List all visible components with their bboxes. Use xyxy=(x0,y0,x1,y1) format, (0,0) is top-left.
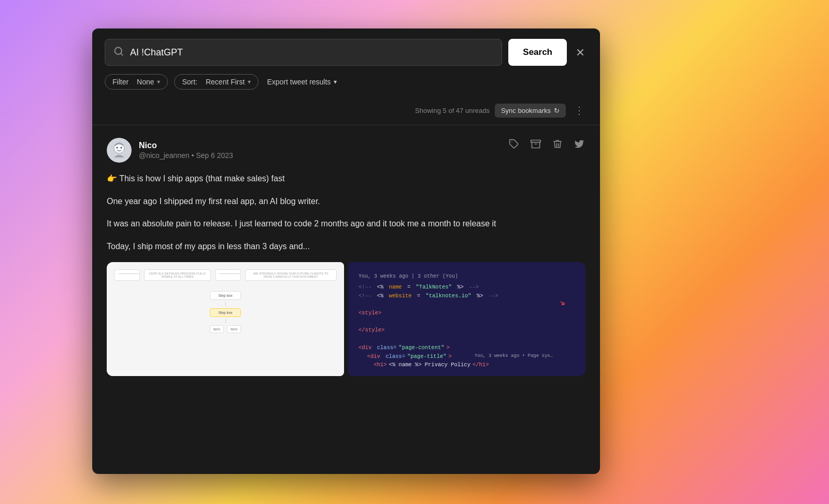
twitter-link-button[interactable] xyxy=(573,138,585,153)
search-icon xyxy=(113,46,124,59)
search-input[interactable] xyxy=(130,47,493,58)
editor-header: You, 3 weeks ago | 3 other (You) xyxy=(359,272,575,280)
tweet-image-code: You, 3 weeks ago | 3 other (You) <!-- <%… xyxy=(348,262,585,376)
filter-row: Filter None ▾ Sort: Recent First ▾ Expor… xyxy=(105,74,588,90)
tag-button[interactable] xyxy=(508,138,520,153)
tweet-card: Nico @nico_jeannen • Sep 6 2023 xyxy=(92,125,600,388)
delete-button[interactable] xyxy=(551,138,564,153)
sync-bookmarks-button[interactable]: Sync bookmarks ↻ xyxy=(495,104,566,118)
svg-rect-9 xyxy=(531,140,540,142)
close-button[interactable] xyxy=(573,45,588,60)
search-row: Search xyxy=(105,39,588,66)
search-button[interactable]: Search xyxy=(508,39,567,66)
tweet-image-flowchart: ──────── CERT IS A DETAILED PROCESS FULL… xyxy=(107,262,344,376)
filter-chevron-icon: ▾ xyxy=(157,78,160,85)
sort-label: Sort: xyxy=(182,78,197,86)
export-button[interactable]: Export tweet results ▾ xyxy=(265,75,339,89)
tweet-author: Nico @nico_jeannen • Sep 6 2023 xyxy=(107,138,233,163)
tweet-line-3: It was an absolute pain to release. I ju… xyxy=(107,217,585,231)
author-info: Nico @nico_jeannen • Sep 6 2023 xyxy=(139,141,233,160)
tweet-line-2: One year ago I shipped my first real app… xyxy=(107,195,585,208)
tweet-line-1: 👉 This is how I ship apps (that make sal… xyxy=(107,172,585,185)
tweet-line-4: Today, I ship most of my apps in less th… xyxy=(107,240,585,253)
tweet-actions xyxy=(508,138,585,153)
tweet-header: Nico @nico_jeannen • Sep 6 2023 xyxy=(107,138,585,163)
author-name: Nico xyxy=(139,141,233,150)
filter-label: Filter xyxy=(112,78,128,86)
filter-value: None xyxy=(137,78,154,86)
export-chevron-icon: ▾ xyxy=(334,78,337,85)
avatar xyxy=(107,138,132,163)
sync-bookmarks-label: Sync bookmarks xyxy=(501,107,551,114)
more-options-button[interactable]: ⋮ xyxy=(571,102,588,119)
status-row: Showing 5 of 47 unreads Sync bookmarks ↻… xyxy=(92,98,600,125)
sort-chevron-icon: ▾ xyxy=(248,78,251,85)
author-handle: @nico_jeannen • Sep 6 2023 xyxy=(139,151,233,160)
svg-line-1 xyxy=(121,53,123,55)
search-box xyxy=(105,39,502,66)
main-window: Search Filter None ▾ Sort: Recent First … xyxy=(92,28,600,474)
sync-icon: ↻ xyxy=(554,107,560,114)
sort-dropdown[interactable]: Sort: Recent First ▾ xyxy=(174,74,259,90)
sort-value: Recent First xyxy=(206,78,245,86)
filter-dropdown[interactable]: Filter None ▾ xyxy=(105,74,168,90)
archive-button[interactable] xyxy=(530,138,542,153)
tweet-images: ──────── CERT IS A DETAILED PROCESS FULL… xyxy=(107,262,585,376)
status-text: Showing 5 of 47 unreads xyxy=(415,107,490,114)
tweet-content: 👉 This is how I ship apps (that make sal… xyxy=(107,172,585,253)
svg-point-7 xyxy=(121,147,122,149)
svg-point-6 xyxy=(117,147,118,149)
export-label: Export tweet results xyxy=(267,78,331,86)
toolbar: Search Filter None ▾ Sort: Recent First … xyxy=(92,28,600,98)
